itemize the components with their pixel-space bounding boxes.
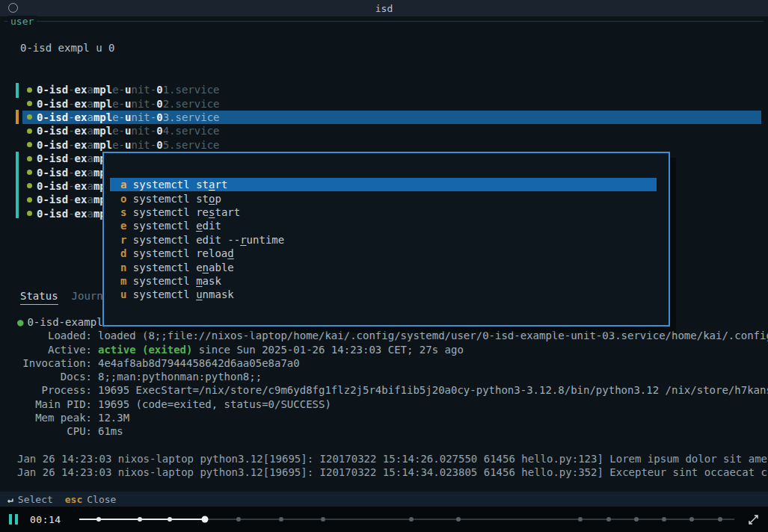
command-key: r: [120, 234, 126, 246]
chapter-marker[interactable]: [409, 517, 414, 522]
chapter-marker[interactable]: [606, 517, 611, 522]
unit-name-segment: 5.service: [163, 139, 220, 151]
status-field: Main PID:19695 (code=exited, status=0/SU…: [17, 398, 768, 411]
command-text: able: [209, 262, 234, 273]
command-text: dit: [203, 220, 221, 232]
unit-row[interactable]: 0-isd-example-unit-02.service: [22, 96, 761, 110]
footer-key[interactable]: esc: [65, 494, 82, 505]
panel-border: [4, 21, 764, 22]
command-item[interactable]: d systemctl reload: [110, 247, 657, 260]
command-text: systemctl st: [126, 179, 209, 191]
unit-name-segment: ex: [75, 194, 87, 205]
command-text: tart: [215, 206, 240, 218]
unit-name-segment: 3.service: [163, 111, 220, 123]
command-item[interactable]: u systemctl unmask: [110, 288, 657, 301]
unit-name-segment: a: [87, 84, 93, 96]
status-active-state: active (exited): [98, 344, 192, 356]
command-text: ask: [203, 275, 221, 287]
unit-name-segment: a: [87, 111, 93, 123]
unit-name-segment: 0: [156, 125, 162, 137]
command-item[interactable]: s systemctl restart: [110, 205, 657, 219]
tab-status[interactable]: Status: [20, 290, 58, 305]
chapter-marker[interactable]: [168, 517, 172, 522]
status-field-value: 8;;man:pythonman:python8;;: [98, 370, 262, 383]
status-field-label: Main PID:: [17, 398, 92, 411]
unit-name-segment: e-: [112, 111, 125, 123]
journal-line: Jan 26 14:23:03 nixos-laptop python3.12[…: [17, 452, 768, 466]
command-text: systemctl reloa: [126, 247, 227, 259]
unit-name-segment: mpl: [93, 125, 112, 137]
command-item[interactable]: a systemctl start: [110, 178, 657, 191]
command-text: systemctl re: [126, 206, 209, 218]
unit-name-segment: a: [87, 125, 93, 137]
unit-name-segment: -: [68, 98, 74, 110]
status-field-value: 12.3M: [98, 411, 129, 424]
chapter-marker[interactable]: [96, 517, 101, 522]
systemctl-command-palette: a systemctl starto systemctl stops syste…: [102, 152, 670, 327]
chapter-marker[interactable]: [321, 517, 325, 522]
unit-name-segment: -: [68, 152, 74, 164]
unit-name-segment: a: [87, 180, 93, 192]
status-field-value: active (exited) since Sun 2025-01-26 14:…: [98, 343, 464, 356]
unit-row[interactable]: 0-isd-example-unit-03.service: [22, 111, 761, 124]
unit-name-segment: e-: [112, 125, 125, 137]
unit-row[interactable]: 0-isd-example-unit-05.service: [22, 138, 761, 152]
command-text: systemctl: [126, 275, 196, 287]
command-text: p: [215, 193, 221, 205]
progress-track[interactable]: [79, 519, 734, 520]
pause-button[interactable]: [9, 514, 18, 525]
unit-name-segment: mpl: [93, 139, 112, 151]
titlebar: isd: [0, 0, 768, 16]
scroll-mark: [16, 110, 19, 124]
status-field: CPU:61ms: [17, 424, 768, 438]
unit-name-segment: -: [68, 111, 74, 123]
unit-row[interactable]: 0-isd-example-unit-01.service: [22, 83, 761, 96]
command-item[interactable]: e systemctl edit: [110, 219, 657, 232]
unit-name-segment: 1.service: [163, 84, 220, 96]
chapter-marker[interactable]: [689, 517, 694, 522]
unit-name-segment: 0: [156, 111, 162, 123]
unit-row[interactable]: 0-isd-example-unit-04.service: [22, 124, 761, 137]
status-field-label: Invocation:: [17, 356, 92, 370]
command-item[interactable]: o systemctl stop: [110, 191, 657, 205]
chapter-marker[interactable]: [456, 517, 461, 522]
unit-name-segment: -: [68, 84, 74, 96]
status-field: Mem peak:12.3M: [17, 411, 768, 424]
chapter-marker[interactable]: [634, 517, 639, 522]
chapter-marker[interactable]: [662, 517, 666, 522]
unit-name-segment: 4.service: [163, 125, 220, 137]
command-key: n: [120, 262, 126, 273]
chapter-marker[interactable]: [279, 517, 283, 522]
unit-name-segment: a: [87, 208, 93, 220]
command-item[interactable]: r systemctl edit --runtime: [110, 233, 657, 247]
window-title: isd: [375, 3, 393, 14]
chapter-marker[interactable]: [236, 517, 241, 522]
chapter-marker[interactable]: [718, 517, 722, 522]
chapter-marker[interactable]: [578, 517, 583, 522]
status-field: Docs:8;;man:pythonman:python8;;: [17, 370, 768, 383]
unit-name-segment: 0-isd: [37, 111, 68, 123]
status-field-value: loaded (8;;file://nixos-laptop/home/kai/…: [98, 329, 768, 342]
playhead[interactable]: [201, 516, 208, 523]
command-item[interactable]: n systemctl enable: [110, 260, 657, 273]
search-input[interactable]: 0-isd exmpl u 0: [20, 42, 114, 54]
command-key: u: [120, 288, 126, 300]
command-text: systemctl st: [126, 193, 209, 205]
unit-name-segment: -: [68, 167, 74, 179]
footer-key[interactable]: ↵: [7, 494, 13, 505]
unit-status-icon: [27, 170, 32, 175]
unit-name-segment: 0-isd: [37, 125, 68, 137]
footer-key-label: Select: [18, 494, 53, 505]
command-key: d: [120, 247, 126, 259]
status-field: Active:active (exited) since Sun 2025-01…: [17, 343, 768, 356]
systemd-mode-selector[interactable]: user: [7, 16, 37, 27]
unit-name-segment: mpl: [93, 111, 112, 123]
unit-status-icon: [27, 211, 32, 216]
footer-key-label: Close: [87, 494, 116, 505]
command-key: m: [120, 275, 126, 287]
unit-name-segment: -: [68, 194, 74, 205]
chapter-marker[interactable]: [138, 517, 142, 522]
fullscreen-icon[interactable]: [748, 514, 759, 525]
elapsed-time: 00:14: [30, 514, 61, 525]
command-item[interactable]: m systemctl mask: [110, 274, 657, 288]
